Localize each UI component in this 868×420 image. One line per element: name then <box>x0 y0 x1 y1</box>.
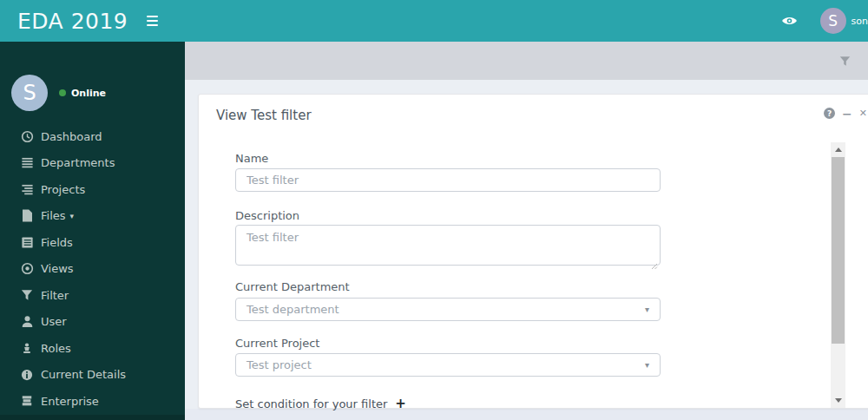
app-title: EDA 2019 <box>17 9 128 34</box>
current-project-select[interactable]: Test project ▾ <box>235 353 661 377</box>
select-caret-icon: ▾ <box>645 305 649 314</box>
panel-title: View Test filter <box>216 108 312 123</box>
file-icon <box>20 209 34 222</box>
sidebar-menu: Dashboard Departments Projects Files ▾ <box>0 123 185 415</box>
chess-pawn-icon <box>20 342 34 355</box>
radio-target-icon <box>20 262 34 275</box>
current-project-label: Current Project <box>235 337 319 350</box>
list-lines-icon <box>20 156 34 169</box>
online-dot-icon <box>59 89 66 96</box>
minimize-icon[interactable]: − <box>842 109 852 118</box>
close-icon[interactable]: ✕ <box>859 108 867 119</box>
scroll-up-icon[interactable] <box>831 142 845 157</box>
table-list-icon <box>20 236 34 249</box>
sidebar-item-current-details[interactable]: Current Details <box>0 362 185 389</box>
clock-icon <box>20 130 34 143</box>
sidebar-footer <box>0 415 185 420</box>
chevron-down-icon: ▾ <box>70 212 75 220</box>
toolbar-funnel-icon[interactable] <box>839 54 851 70</box>
username[interactable]: son <box>852 16 868 27</box>
app-header: EDA 2019 S son <box>0 0 868 42</box>
scroll-down-icon[interactable] <box>831 393 845 408</box>
set-condition-label: Set condition for your filter <box>235 397 387 410</box>
name-input[interactable] <box>235 168 661 192</box>
stack-icon <box>20 395 34 407</box>
current-department-label: Current Department <box>235 280 350 293</box>
view-filter-panel: View Test filter ? − ✕ Name Description … <box>198 94 868 409</box>
sidebar-item-fields[interactable]: Fields <box>0 229 185 256</box>
description-label: Description <box>235 209 299 222</box>
sidebar-item-user[interactable]: User <box>0 309 185 336</box>
sidebar-item-views[interactable]: Views <box>0 256 185 283</box>
select-caret-icon: ▾ <box>645 360 649 370</box>
sidebar-item-files[interactable]: Files ▾ <box>0 203 185 230</box>
sidebar-item-departments[interactable]: Departments <box>0 150 185 177</box>
toolbar <box>185 42 868 80</box>
name-label: Name <box>235 152 268 165</box>
info-circle-icon <box>20 369 34 381</box>
sidebar-item-dashboard[interactable]: Dashboard <box>0 123 185 150</box>
scrollbar-thumb[interactable] <box>832 157 845 344</box>
description-textarea[interactable]: Test filter <box>235 225 661 266</box>
person-icon <box>20 315 34 328</box>
task-list-icon <box>20 183 34 196</box>
hamburger-menu-icon[interactable] <box>147 16 158 26</box>
profile-avatar: S <box>11 75 48 111</box>
status-badge: Online <box>59 88 106 99</box>
panel-scrollbar[interactable] <box>831 142 845 408</box>
sidebar-item-projects[interactable]: Projects <box>0 176 185 203</box>
sidebar-item-enterprise[interactable]: Enterprise <box>0 388 185 415</box>
sidebar: S Online Dashboard Departments Projects <box>0 42 185 420</box>
current-department-select[interactable]: Test department ▾ <box>235 298 661 321</box>
help-icon[interactable]: ? <box>824 108 835 119</box>
user-avatar[interactable]: S <box>820 8 846 34</box>
funnel-icon <box>20 289 34 301</box>
sidebar-item-roles[interactable]: Roles <box>0 335 185 362</box>
add-condition-icon[interactable]: + <box>395 398 406 410</box>
eye-icon[interactable] <box>781 15 798 27</box>
status-label: Online <box>71 88 106 99</box>
sidebar-item-filter[interactable]: Filter <box>0 282 185 309</box>
